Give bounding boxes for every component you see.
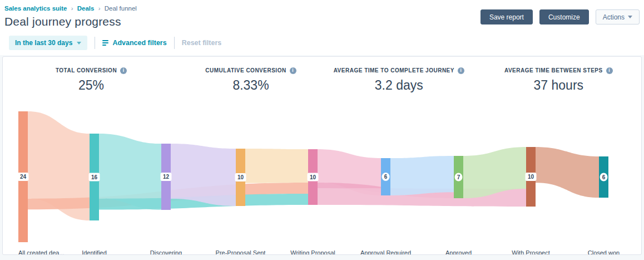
divider [95, 37, 95, 49]
stat-total-conversion: TOTAL CONVERSION i 25% [3, 65, 180, 93]
advanced-filters-button[interactable]: Advanced filters [102, 39, 166, 47]
sankey-flow-5-6[interactable] [390, 156, 454, 195]
report-card: TOTAL CONVERSION i 25% CUMULATIVE CONVER… [2, 56, 642, 255]
stat-average-time-to-complete: AVERAGE TIME TO COMPLETE JOURNEY i 3.2 d… [322, 65, 476, 93]
save-report-button[interactable]: Save report [480, 9, 533, 24]
reset-filters-button[interactable]: Reset filters [182, 39, 222, 47]
breadcrumb-deals[interactable]: Deals [77, 5, 95, 12]
stat-label: TOTAL CONVERSION [56, 67, 117, 73]
report-content-area: TOTAL CONVERSION i 25% CUMULATIVE CONVER… [0, 55, 644, 260]
stat-label: CUMULATIVE CONVERSION [205, 67, 286, 73]
sankey-node-value: 10 [310, 174, 316, 180]
deal-journey-sankey-chart: 24All created dea...16Identified12Discov… [3, 96, 641, 255]
breadcrumb-deal-funnel: Deal funnel [105, 5, 137, 12]
chevron-right-icon: › [96, 5, 103, 12]
sankey-stage-label: Identified [82, 249, 107, 255]
stat-value: 8.33% [180, 78, 322, 93]
caret-down-icon [628, 16, 632, 18]
stat-label: AVERAGE TIME BETWEEN STEPS [504, 67, 603, 73]
sankey-stage-label: Closed won [588, 249, 620, 255]
sankey-node-value: 16 [91, 174, 98, 180]
info-icon[interactable]: i [606, 67, 613, 74]
info-icon[interactable]: i [120, 67, 127, 74]
sankey-stage-label: All created dea... [18, 249, 65, 255]
stat-average-time-between-steps: AVERAGE TIME BETWEEN STEPS i 37 hours [476, 65, 641, 93]
stat-label: AVERAGE TIME TO COMPLETE JOURNEY [334, 67, 454, 73]
info-icon[interactable]: i [290, 67, 296, 74]
divider [174, 37, 175, 49]
stat-value: 3.2 days [322, 78, 476, 93]
page-header: Sales analytics suite › Deals › Deal fun… [0, 0, 644, 50]
sankey-flow-3-4[interactable] [245, 149, 308, 183]
sankey-stage-label: With Prospect [512, 249, 549, 255]
stat-value: 25% [3, 78, 180, 93]
header-buttons: Save report Customize Actions [480, 9, 640, 24]
filter-icon [102, 40, 108, 46]
actions-button[interactable]: Actions [596, 9, 640, 24]
sankey-node-value: 24 [20, 174, 27, 180]
actions-button-label: Actions [603, 13, 625, 21]
customize-button[interactable]: Customize [539, 9, 589, 24]
sankey-stage-label: Pre-Proposal Sent [216, 249, 266, 255]
sankey-node-value: 12 [163, 174, 170, 180]
advanced-filters-label: Advanced filters [112, 39, 166, 47]
sankey-flow-2-3[interactable] [171, 144, 236, 206]
sankey-stage-label: Approval Required [360, 249, 411, 255]
filter-bar: In the last 30 days Advanced filters Res… [9, 36, 640, 50]
sankey-stage-label: Approved [445, 249, 472, 255]
stat-cumulative-conversion: CUMULATIVE CONVERSION i 8.33% [180, 65, 322, 93]
sankey-node-value: 6 [602, 174, 606, 180]
date-range-dropdown[interactable]: In the last 30 days [9, 36, 87, 50]
sankey-node-value: 6 [384, 174, 388, 180]
stats-row: TOTAL CONVERSION i 25% CUMULATIVE CONVER… [3, 57, 641, 93]
sankey-node-value: 10 [237, 174, 244, 180]
breadcrumb-sales-analytics-suite[interactable]: Sales analytics suite [4, 5, 67, 12]
sankey-node-value: 10 [528, 174, 534, 180]
sankey-stage-label: Discovering [150, 249, 182, 255]
chevron-right-icon: › [69, 5, 76, 12]
caret-down-icon [77, 42, 81, 45]
sankey-stage-label: Writing Proposal [290, 249, 335, 255]
stat-value: 37 hours [476, 78, 641, 93]
sankey-node-value: 7 [457, 174, 460, 180]
sankey-flow-7-8[interactable] [536, 147, 599, 198]
info-icon[interactable]: i [458, 67, 464, 74]
date-range-label: In the last 30 days [15, 39, 72, 47]
